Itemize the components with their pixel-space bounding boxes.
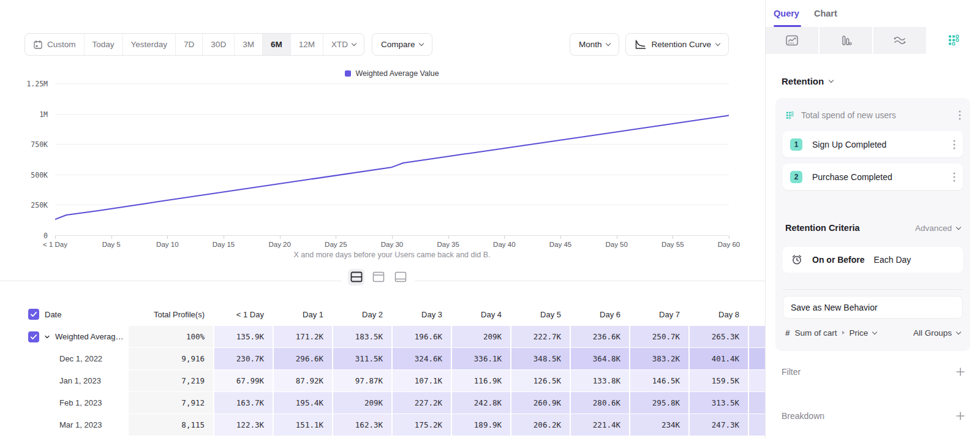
- retention-value-cell[interactable]: 209K: [452, 326, 510, 347]
- tab-query[interactable]: Query: [774, 9, 799, 18]
- kebab-menu-icon[interactable]: [953, 172, 956, 182]
- range-7d[interactable]: 7D: [176, 34, 203, 55]
- retention-value-cell[interactable]: 230.7K: [214, 348, 273, 369]
- retention-value-cell[interactable]: 250.7K: [630, 326, 688, 347]
- criteria-mode-select[interactable]: Advanced: [915, 224, 960, 233]
- retention-value-cell[interactable]: 260.9K: [511, 392, 570, 413]
- step-1[interactable]: 1 Sign Up Completed: [783, 131, 963, 157]
- retention-value-cell[interactable]: 126.5K: [511, 370, 570, 391]
- table-row[interactable]: Mar 1, 20238,115122.3K151.1K162.3K175.2K…: [0, 414, 765, 436]
- retention-value-cell[interactable]: 107.1K: [393, 370, 451, 391]
- retention-value-cell[interactable]: 296.6K: [274, 348, 332, 369]
- retention-value-cell[interactable]: 247.3K: [690, 414, 748, 436]
- kebab-menu-icon[interactable]: [953, 140, 956, 149]
- kebab-menu-icon[interactable]: [959, 110, 961, 120]
- row-label-cell[interactable]: Weighted Average ...: [0, 326, 127, 347]
- x-axis-label: Day 15: [213, 241, 235, 248]
- tab-insights[interactable]: [766, 27, 818, 54]
- axis-tick: [448, 236, 449, 239]
- retention-value-cell[interactable]: 171.2K: [274, 326, 332, 347]
- range-30d[interactable]: 30D: [203, 34, 235, 55]
- retention-value-cell[interactable]: 222.7K: [511, 326, 570, 347]
- add-filter-button[interactable]: [956, 367, 965, 377]
- retention-value-cell[interactable]: 313.5K: [690, 392, 748, 413]
- table-view-toggle[interactable]: [392, 269, 409, 285]
- row-checkbox[interactable]: [28, 331, 39, 342]
- retention-value-cell[interactable]: 311.5K: [333, 348, 391, 369]
- retention-value-cell[interactable]: 209K: [333, 392, 391, 413]
- row-checkbox[interactable]: [28, 309, 39, 320]
- report-section-select[interactable]: Retention: [782, 76, 980, 86]
- row-label-cell[interactable]: Jan 1, 2023: [0, 370, 127, 391]
- retention-value-cell[interactable]: 133.8K: [571, 370, 629, 391]
- retention-value-cell[interactable]: 87.92K: [274, 370, 332, 391]
- retention-value-cell[interactable]: 234K: [630, 414, 688, 436]
- range-12m[interactable]: 12M: [291, 34, 323, 55]
- tab-chart[interactable]: Chart: [814, 9, 837, 18]
- retention-value-cell[interactable]: 163.7K: [214, 392, 273, 413]
- retention-value-cell[interactable]: 324.6K: [393, 348, 451, 369]
- retention-value-cell[interactable]: 336.1K: [452, 348, 510, 369]
- retention-value-cell[interactable]: 348.5K: [511, 348, 570, 369]
- table-row[interactable]: Dec 1, 20229,916230.7K296.6K311.5K324.6K…: [0, 348, 765, 369]
- retention-value-cell[interactable]: 242.8K: [452, 392, 510, 413]
- retention-value-cell-clipped: [749, 348, 765, 369]
- measure-event[interactable]: Sum of cart: [795, 328, 837, 338]
- row-label-cell[interactable]: Feb 1, 2023: [0, 392, 127, 413]
- retention-value-cell[interactable]: 221.4K: [571, 414, 629, 436]
- header-date[interactable]: Date: [0, 309, 127, 320]
- retention-value-cell[interactable]: 195.4K: [274, 392, 332, 413]
- groups-select[interactable]: All Groups: [913, 328, 960, 338]
- row-label-cell[interactable]: Dec 1, 2022: [0, 348, 127, 369]
- chart-type-select[interactable]: Retention Curve: [625, 33, 729, 56]
- retention-value-cell[interactable]: 236.6K: [571, 326, 629, 347]
- row-label-cell[interactable]: Mar 1, 2023: [0, 414, 127, 436]
- measure-property[interactable]: Price: [850, 328, 869, 338]
- chart-view-toggle[interactable]: [370, 269, 386, 285]
- compare-button[interactable]: Compare: [372, 33, 433, 56]
- table-row[interactable]: Weighted Average ...100%135.9K171.2K183.…: [0, 326, 765, 347]
- range-3m[interactable]: 3M: [235, 34, 263, 55]
- retention-value-cell[interactable]: 189.9K: [452, 414, 510, 436]
- criteria-condition[interactable]: On or Before Each Day: [783, 247, 963, 273]
- chevron-down-icon: [419, 41, 424, 46]
- retention-value-cell[interactable]: 151.1K: [274, 414, 332, 436]
- retention-value-cell[interactable]: 159.5K: [690, 370, 748, 391]
- retention-value-cell[interactable]: 183.5K: [333, 326, 391, 347]
- retention-value-cell[interactable]: 265.3K: [690, 326, 748, 347]
- save-as-new-behavior-button[interactable]: Save as New Behavior: [783, 296, 963, 319]
- granularity-select[interactable]: Month: [570, 33, 620, 56]
- retention-value-cell[interactable]: 146.5K: [630, 370, 688, 391]
- step-2[interactable]: 2 Purchase Completed: [783, 164, 963, 190]
- tab-funnels[interactable]: [820, 27, 872, 54]
- add-breakdown-button[interactable]: [956, 411, 965, 421]
- retention-value-cell[interactable]: 122.3K: [214, 414, 273, 436]
- retention-value-cell[interactable]: 383.2K: [630, 348, 688, 369]
- tab-flows[interactable]: [873, 27, 926, 54]
- retention-value-cell[interactable]: 162.3K: [333, 414, 391, 436]
- range-yesterday[interactable]: Yesterday: [123, 34, 176, 55]
- retention-value-cell[interactable]: 295.8K: [630, 392, 688, 413]
- table-row[interactable]: Jan 1, 20237,21967.99K87.92K97.87K107.1K…: [0, 370, 765, 391]
- measure-row: # Sum of cart Price All Groups: [783, 321, 963, 344]
- retention-value-cell[interactable]: 227.2K: [393, 392, 451, 413]
- range-xtd[interactable]: XTD: [323, 34, 364, 55]
- collapse-row-icon[interactable]: [44, 334, 50, 340]
- retention-value-cell[interactable]: 364.8K: [571, 348, 629, 369]
- retention-value-cell[interactable]: 135.9K: [214, 326, 273, 347]
- table-row[interactable]: Feb 1, 20237,912163.7K195.4K209K227.2K24…: [0, 392, 765, 413]
- retention-value-cell[interactable]: 97.87K: [333, 370, 391, 391]
- retention-value-cell[interactable]: 116.9K: [452, 370, 510, 391]
- retention-value-cell[interactable]: 196.6K: [393, 326, 451, 347]
- retention-value-cell[interactable]: 280.6K: [571, 392, 629, 413]
- range-today[interactable]: Today: [85, 34, 123, 55]
- range-custom[interactable]: Custom: [25, 34, 85, 55]
- range-6m-selected[interactable]: 6M: [263, 34, 291, 55]
- split-view-toggle[interactable]: [348, 269, 364, 285]
- retention-value-cell[interactable]: 175.2K: [393, 414, 451, 436]
- x-axis-label: Day 60: [718, 241, 740, 248]
- retention-value-cell[interactable]: 206.2K: [511, 414, 570, 436]
- retention-value-cell[interactable]: 67.99K: [214, 370, 273, 391]
- tab-retention[interactable]: [927, 27, 980, 54]
- retention-value-cell[interactable]: 401.4K: [690, 348, 748, 369]
